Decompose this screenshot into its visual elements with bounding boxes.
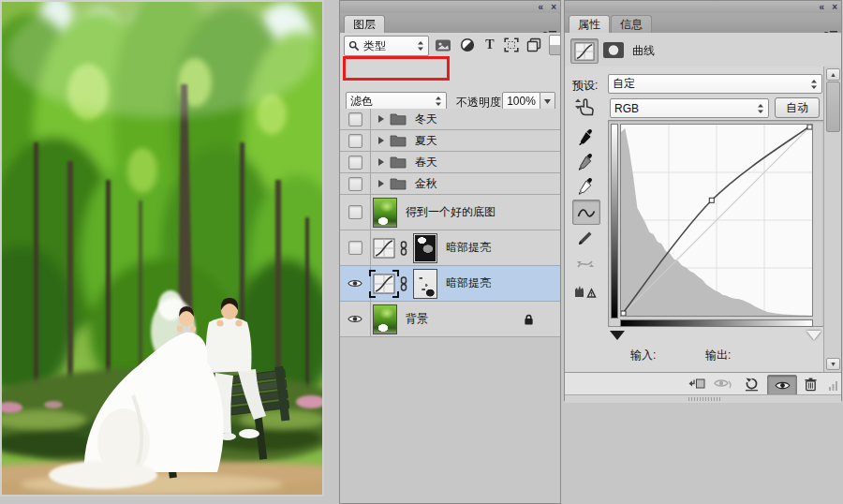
curve-plot-area[interactable] bbox=[620, 124, 813, 317]
close-panel-icon[interactable]: × bbox=[832, 1, 837, 13]
image-layer-icon bbox=[435, 38, 451, 52]
visibility-checkbox-empty bbox=[348, 205, 362, 219]
auto-button[interactable]: 自动 bbox=[775, 97, 820, 118]
view-previous-state-button[interactable] bbox=[711, 375, 735, 393]
opacity-dropdown-button[interactable] bbox=[540, 92, 555, 111]
draw-curve-pencil-tool[interactable] bbox=[574, 228, 597, 248]
gray-point-eyedropper[interactable] bbox=[574, 151, 597, 171]
curves-adjustment-icon[interactable] bbox=[373, 238, 395, 259]
layer-row-curves-hidden[interactable]: 暗部提亮 bbox=[340, 230, 560, 266]
layer-row-group-autumn[interactable]: 金秋 bbox=[340, 173, 560, 195]
curves-graph[interactable] bbox=[608, 120, 824, 327]
curves-properties-content: 预设: 自定 RGB 自动 bbox=[565, 67, 841, 372]
delete-adjustment-button[interactable] bbox=[799, 375, 821, 393]
layer-row-curves-selected[interactable]: 暗部提亮 bbox=[340, 266, 560, 302]
filter-smart-objects-button[interactable] bbox=[525, 37, 543, 53]
eyedropper-gray-icon bbox=[577, 153, 595, 170]
visibility-toggle[interactable] bbox=[340, 266, 371, 301]
white-point-slider[interactable] bbox=[806, 331, 821, 340]
layer-mask-thumbnail[interactable] bbox=[413, 233, 437, 263]
filter-pixel-layers-button[interactable] bbox=[434, 37, 452, 53]
white-point-eyedropper[interactable] bbox=[574, 175, 597, 196]
tab-info[interactable]: 信息 bbox=[611, 15, 652, 34]
black-point-slider[interactable] bbox=[610, 331, 625, 340]
blend-mode-select[interactable]: 滤色 bbox=[346, 92, 447, 111]
scroll-down-icon[interactable]: ▼ bbox=[826, 358, 840, 370]
visibility-toggle[interactable] bbox=[340, 109, 371, 129]
visibility-toggle[interactable] bbox=[340, 173, 371, 194]
folder-icon bbox=[390, 156, 407, 169]
visibility-toggle[interactable] bbox=[340, 130, 371, 151]
reset-adjustment-button[interactable] bbox=[741, 375, 762, 393]
layer-row-base-image[interactable]: 得到一个好的底图 bbox=[340, 195, 560, 230]
tab-layers[interactable]: 图层 bbox=[344, 15, 385, 34]
visibility-toggle[interactable] bbox=[340, 152, 371, 172]
clip-to-layer-icon bbox=[687, 378, 705, 391]
eye-history-icon bbox=[714, 378, 732, 391]
layer-filtering-toggle[interactable] bbox=[549, 35, 561, 55]
adjustment-title: 曲线 bbox=[632, 43, 655, 59]
visibility-checkbox-empty bbox=[348, 112, 362, 126]
layer-thumbnail[interactable] bbox=[373, 198, 397, 228]
clip-to-layer-button[interactable] bbox=[685, 375, 707, 393]
histogram-clipping-warning[interactable] bbox=[573, 280, 598, 301]
mask-icon[interactable] bbox=[602, 41, 625, 59]
layer-filter-type-select[interactable]: 类型 bbox=[344, 36, 429, 56]
close-panel-icon[interactable]: × bbox=[551, 1, 556, 13]
properties-panel: « × 属性 信息 曲线 bbox=[564, 0, 842, 401]
selection-brackets-icon bbox=[369, 270, 399, 298]
layer-name: 冬天 bbox=[415, 111, 437, 127]
opacity-value[interactable]: 100% bbox=[502, 92, 540, 111]
curves-adjustment-icon-selected[interactable] bbox=[373, 274, 395, 294]
tab-properties[interactable]: 属性 bbox=[569, 15, 610, 34]
black-point-eyedropper[interactable] bbox=[574, 126, 597, 147]
expand-arrow-icon[interactable] bbox=[377, 157, 385, 167]
layer-list: 冬天 夏天 春天 金秋 bbox=[340, 109, 560, 503]
folder-icon bbox=[390, 177, 407, 190]
expand-arrow-icon[interactable] bbox=[377, 114, 385, 124]
text-tool-icon: T bbox=[485, 38, 494, 52]
smooth-curve-button[interactable] bbox=[574, 254, 597, 274]
layer-row-group-summer[interactable]: 夏天 bbox=[340, 130, 560, 152]
visibility-toggle[interactable] bbox=[340, 302, 371, 336]
resize-grip-icon[interactable] bbox=[827, 380, 838, 392]
layer-mask-thumbnail[interactable] bbox=[413, 269, 437, 299]
smooth-curve-icon bbox=[576, 257, 595, 272]
curves-adjustment-badge[interactable] bbox=[570, 38, 599, 64]
scrollbar-thumb[interactable] bbox=[826, 82, 840, 132]
drag-dots-icon bbox=[688, 397, 720, 401]
targeted-adjustment-icon bbox=[572, 96, 597, 119]
layer-thumbnail[interactable] bbox=[373, 304, 397, 334]
mask-link-icon[interactable] bbox=[399, 276, 408, 291]
layers-tab-bar: 图层 bbox=[340, 13, 560, 34]
properties-scrollbar[interactable]: ▲ ▼ bbox=[823, 67, 841, 372]
filter-type-layers-button[interactable]: T bbox=[481, 37, 498, 53]
visibility-toggle[interactable] bbox=[340, 195, 371, 230]
filter-adjustment-layers-button[interactable] bbox=[458, 37, 477, 53]
layer-row-group-winter[interactable]: 冬天 bbox=[340, 109, 560, 130]
channel-select[interactable]: RGB bbox=[610, 98, 769, 118]
output-label: 输出: bbox=[705, 348, 731, 363]
visibility-toggle[interactable] bbox=[340, 230, 371, 265]
targeted-adjustment-tool[interactable] bbox=[570, 95, 599, 121]
photoshop-workspace: « × 图层 类型 bbox=[0, 0, 843, 504]
filter-shape-layers-button[interactable] bbox=[502, 37, 521, 53]
collapse-panel-icon[interactable]: « bbox=[539, 1, 544, 13]
document-canvas[interactable] bbox=[0, 0, 324, 497]
expand-arrow-icon[interactable] bbox=[377, 179, 385, 188]
collapse-panel-icon[interactable]: « bbox=[820, 1, 825, 13]
mask-link-icon[interactable] bbox=[399, 241, 408, 256]
adjustment-header: 曲线 bbox=[565, 33, 841, 67]
preset-select[interactable]: 自定 bbox=[608, 74, 822, 94]
spinner-icon bbox=[810, 79, 818, 90]
toggle-visibility-button[interactable] bbox=[767, 375, 797, 395]
panel-resize-handle[interactable] bbox=[565, 394, 841, 403]
edit-points-tool[interactable] bbox=[572, 200, 600, 225]
expand-arrow-icon[interactable] bbox=[377, 136, 385, 145]
layer-row-group-spring[interactable]: 春天 bbox=[340, 152, 560, 173]
layer-row-background[interactable]: 背景 bbox=[340, 302, 560, 337]
background-lock-icon[interactable] bbox=[524, 313, 534, 326]
scroll-up-icon[interactable]: ▲ bbox=[826, 68, 840, 81]
visibility-checkbox-empty bbox=[348, 134, 362, 148]
curve-point-icon bbox=[577, 206, 596, 219]
